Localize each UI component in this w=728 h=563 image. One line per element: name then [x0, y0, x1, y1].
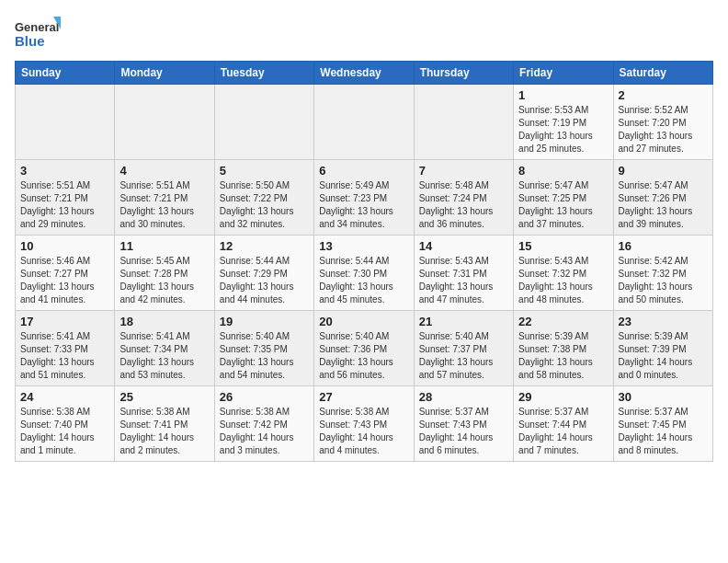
- day-info: Sunrise: 5:51 AMSunset: 7:21 PMDaylight:…: [20, 179, 109, 231]
- calendar-cell: 1Sunrise: 5:53 AMSunset: 7:19 PMDaylight…: [514, 85, 613, 160]
- day-info: Sunrise: 5:44 AMSunset: 7:30 PMDaylight:…: [319, 255, 408, 306]
- calendar-cell: [16, 85, 115, 160]
- day-number: 16: [619, 239, 708, 253]
- calendar-cell: [414, 85, 513, 160]
- day-number: 21: [419, 315, 508, 328]
- calendar-cell: 18Sunrise: 5:41 AMSunset: 7:34 PMDayligh…: [115, 311, 214, 386]
- logo-svg: General Blue: [15, 15, 61, 53]
- day-number: 11: [119, 239, 209, 253]
- day-number: 9: [619, 164, 708, 178]
- weekday-header-wednesday: Wednesday: [314, 62, 414, 85]
- calendar-cell: 6Sunrise: 5:49 AMSunset: 7:23 PMDaylight…: [314, 160, 414, 236]
- day-info: Sunrise: 5:50 AMSunset: 7:22 PMDaylight:…: [220, 179, 309, 231]
- day-info: Sunrise: 5:45 AMSunset: 7:28 PMDaylight:…: [119, 255, 209, 306]
- day-number: 6: [319, 164, 408, 178]
- day-info: Sunrise: 5:37 AMSunset: 7:45 PMDaylight:…: [619, 406, 708, 457]
- calendar-cell: 21Sunrise: 5:40 AMSunset: 7:37 PMDayligh…: [414, 311, 513, 386]
- day-number: 20: [319, 315, 408, 328]
- calendar-cell: 19Sunrise: 5:40 AMSunset: 7:35 PMDayligh…: [214, 311, 313, 386]
- logo: General Blue: [15, 15, 61, 53]
- calendar-cell: 29Sunrise: 5:37 AMSunset: 7:44 PMDayligh…: [514, 386, 613, 462]
- calendar-cell: 15Sunrise: 5:43 AMSunset: 7:32 PMDayligh…: [514, 236, 613, 311]
- day-number: 10: [20, 239, 109, 253]
- calendar-cell: 10Sunrise: 5:46 AMSunset: 7:27 PMDayligh…: [16, 236, 115, 311]
- day-number: 28: [419, 390, 508, 404]
- day-number: 24: [20, 390, 109, 404]
- day-info: Sunrise: 5:53 AMSunset: 7:19 PMDaylight:…: [518, 104, 608, 155]
- day-info: Sunrise: 5:42 AMSunset: 7:32 PMDaylight:…: [619, 255, 708, 306]
- calendar-cell: 20Sunrise: 5:40 AMSunset: 7:36 PMDayligh…: [314, 311, 414, 386]
- calendar-cell: 16Sunrise: 5:42 AMSunset: 7:32 PMDayligh…: [613, 236, 712, 311]
- day-number: 18: [119, 315, 209, 328]
- calendar-cell: 11Sunrise: 5:45 AMSunset: 7:28 PMDayligh…: [115, 236, 214, 311]
- weekday-header-saturday: Saturday: [613, 62, 712, 85]
- day-number: 14: [419, 239, 508, 253]
- calendar-cell: 7Sunrise: 5:48 AMSunset: 7:24 PMDaylight…: [414, 160, 513, 236]
- day-number: 7: [419, 164, 508, 178]
- weekday-header-friday: Friday: [514, 62, 613, 85]
- weekday-header-sunday: Sunday: [16, 62, 115, 85]
- day-info: Sunrise: 5:43 AMSunset: 7:32 PMDaylight:…: [518, 255, 608, 306]
- day-info: Sunrise: 5:49 AMSunset: 7:23 PMDaylight:…: [319, 179, 408, 231]
- day-number: 1: [518, 88, 608, 102]
- weekday-header-row: SundayMondayTuesdayWednesdayThursdayFrid…: [16, 62, 713, 85]
- calendar-cell: 4Sunrise: 5:51 AMSunset: 7:21 PMDaylight…: [115, 160, 214, 236]
- day-info: Sunrise: 5:41 AMSunset: 7:33 PMDaylight:…: [20, 330, 109, 382]
- calendar-cell: 24Sunrise: 5:38 AMSunset: 7:40 PMDayligh…: [16, 386, 115, 462]
- day-info: Sunrise: 5:37 AMSunset: 7:43 PMDaylight:…: [419, 406, 508, 457]
- calendar-cell: 2Sunrise: 5:52 AMSunset: 7:20 PMDaylight…: [613, 85, 712, 160]
- calendar-cell: 26Sunrise: 5:38 AMSunset: 7:42 PMDayligh…: [214, 386, 313, 462]
- svg-text:General: General: [15, 20, 59, 34]
- day-number: 13: [319, 239, 408, 253]
- calendar-cell: 27Sunrise: 5:38 AMSunset: 7:43 PMDayligh…: [314, 386, 414, 462]
- day-number: 25: [119, 390, 209, 404]
- header: General Blue: [15, 15, 713, 53]
- day-info: Sunrise: 5:40 AMSunset: 7:35 PMDaylight:…: [220, 330, 309, 382]
- day-info: Sunrise: 5:52 AMSunset: 7:20 PMDaylight:…: [619, 104, 708, 155]
- calendar-cell: 30Sunrise: 5:37 AMSunset: 7:45 PMDayligh…: [613, 386, 712, 462]
- day-number: 30: [619, 390, 708, 404]
- day-info: Sunrise: 5:40 AMSunset: 7:36 PMDaylight:…: [319, 330, 408, 382]
- calendar-cell: 3Sunrise: 5:51 AMSunset: 7:21 PMDaylight…: [16, 160, 115, 236]
- day-info: Sunrise: 5:51 AMSunset: 7:21 PMDaylight:…: [119, 179, 209, 231]
- calendar-week-row: 10Sunrise: 5:46 AMSunset: 7:27 PMDayligh…: [16, 236, 713, 311]
- weekday-header-thursday: Thursday: [414, 62, 513, 85]
- day-number: 3: [20, 164, 109, 178]
- day-info: Sunrise: 5:39 AMSunset: 7:39 PMDaylight:…: [619, 330, 708, 382]
- day-number: 29: [518, 390, 608, 404]
- calendar-cell: [214, 85, 313, 160]
- calendar-cell: 22Sunrise: 5:39 AMSunset: 7:38 PMDayligh…: [514, 311, 613, 386]
- calendar-cell: 25Sunrise: 5:38 AMSunset: 7:41 PMDayligh…: [115, 386, 214, 462]
- calendar-cell: 8Sunrise: 5:47 AMSunset: 7:25 PMDaylight…: [514, 160, 613, 236]
- day-number: 15: [518, 239, 608, 253]
- day-number: 27: [319, 390, 408, 404]
- day-info: Sunrise: 5:44 AMSunset: 7:29 PMDaylight:…: [220, 255, 309, 306]
- calendar-week-row: 17Sunrise: 5:41 AMSunset: 7:33 PMDayligh…: [16, 311, 713, 386]
- day-info: Sunrise: 5:38 AMSunset: 7:40 PMDaylight:…: [20, 406, 109, 457]
- weekday-header-monday: Monday: [115, 62, 214, 85]
- calendar-cell: 23Sunrise: 5:39 AMSunset: 7:39 PMDayligh…: [613, 311, 712, 386]
- calendar-cell: 13Sunrise: 5:44 AMSunset: 7:30 PMDayligh…: [314, 236, 414, 311]
- day-number: 4: [119, 164, 209, 178]
- day-number: 22: [518, 315, 608, 328]
- day-number: 5: [220, 164, 309, 178]
- day-info: Sunrise: 5:47 AMSunset: 7:25 PMDaylight:…: [518, 179, 608, 231]
- day-number: 19: [220, 315, 309, 328]
- day-info: Sunrise: 5:46 AMSunset: 7:27 PMDaylight:…: [20, 255, 109, 306]
- day-number: 17: [20, 315, 109, 328]
- calendar-cell: 5Sunrise: 5:50 AMSunset: 7:22 PMDaylight…: [214, 160, 313, 236]
- day-number: 12: [220, 239, 309, 253]
- day-info: Sunrise: 5:47 AMSunset: 7:26 PMDaylight:…: [619, 179, 708, 231]
- day-info: Sunrise: 5:48 AMSunset: 7:24 PMDaylight:…: [419, 179, 508, 231]
- calendar-cell: 28Sunrise: 5:37 AMSunset: 7:43 PMDayligh…: [414, 386, 513, 462]
- calendar-cell: 9Sunrise: 5:47 AMSunset: 7:26 PMDaylight…: [613, 160, 712, 236]
- calendar-table: SundayMondayTuesdayWednesdayThursdayFrid…: [15, 61, 713, 462]
- calendar-cell: 14Sunrise: 5:43 AMSunset: 7:31 PMDayligh…: [414, 236, 513, 311]
- day-info: Sunrise: 5:39 AMSunset: 7:38 PMDaylight:…: [518, 330, 608, 382]
- day-info: Sunrise: 5:40 AMSunset: 7:37 PMDaylight:…: [419, 330, 508, 382]
- calendar-week-row: 1Sunrise: 5:53 AMSunset: 7:19 PMDaylight…: [16, 85, 713, 160]
- day-info: Sunrise: 5:38 AMSunset: 7:43 PMDaylight:…: [319, 406, 408, 457]
- calendar-cell: [314, 85, 414, 160]
- day-info: Sunrise: 5:43 AMSunset: 7:31 PMDaylight:…: [419, 255, 508, 306]
- calendar-week-row: 3Sunrise: 5:51 AMSunset: 7:21 PMDaylight…: [16, 160, 713, 236]
